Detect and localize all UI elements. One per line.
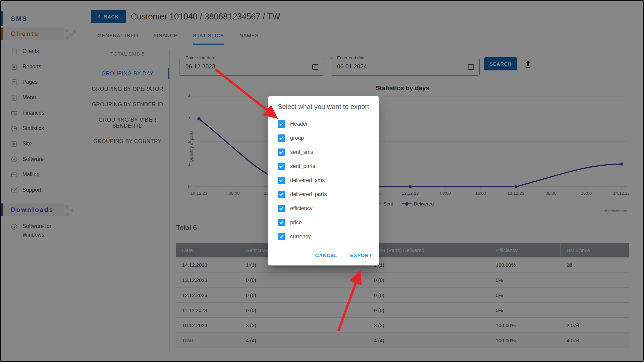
checkbox-label: sent_sms xyxy=(290,149,313,155)
checkbox-row-price[interactable]: price xyxy=(278,218,302,227)
checkbox-row-currency[interactable]: currency xyxy=(278,232,311,241)
checkbox-checked-icon[interactable] xyxy=(278,191,285,198)
checkbox-checked-icon[interactable] xyxy=(278,148,285,156)
checkbox-row-group[interactable]: group xyxy=(278,134,304,142)
checkbox-label: price xyxy=(290,220,302,226)
checkbox-checked-icon[interactable] xyxy=(278,177,285,184)
export-dialog-title: Select what you want to export xyxy=(278,103,369,111)
checkbox-label: sent_parts xyxy=(290,163,315,169)
checkbox-label: delivered_sms xyxy=(290,177,325,183)
checkbox-label: efficiency xyxy=(290,205,312,212)
checkbox-label: currency xyxy=(290,234,311,240)
checkbox-row-delivered-sms[interactable]: delivered_sms xyxy=(278,176,325,185)
checkbox-row-delivered-parts[interactable]: delivered_parts xyxy=(278,190,327,199)
checkbox-row-efficiency[interactable]: efficiency xyxy=(278,204,312,213)
app-window: SMS Clients Clients Reports Pages xyxy=(0,0,644,362)
checkbox-row-sent-sms[interactable]: sent_sms xyxy=(278,148,313,157)
checkbox-checked-icon[interactable] xyxy=(278,205,285,212)
checkbox-row-header[interactable]: Header xyxy=(278,120,308,128)
checkbox-checked-icon[interactable] xyxy=(278,219,285,226)
export-button[interactable]: EXPORT xyxy=(350,252,372,258)
export-dialog: Select what you want to export Header gr… xyxy=(268,96,379,265)
checkbox-checked-icon[interactable] xyxy=(278,134,285,142)
checkbox-label: Header xyxy=(290,121,308,127)
checkbox-checked-icon[interactable] xyxy=(278,120,285,128)
dialog-actions: CANCEL EXPORT xyxy=(315,252,372,258)
checkbox-label: delivered_parts xyxy=(290,191,327,197)
checkbox-row-sent-parts[interactable]: sent_parts xyxy=(278,162,315,171)
cancel-button[interactable]: CANCEL xyxy=(315,252,337,258)
checkbox-label: group xyxy=(290,135,304,141)
checkbox-checked-icon[interactable] xyxy=(278,163,285,170)
checkbox-checked-icon[interactable] xyxy=(278,233,285,240)
